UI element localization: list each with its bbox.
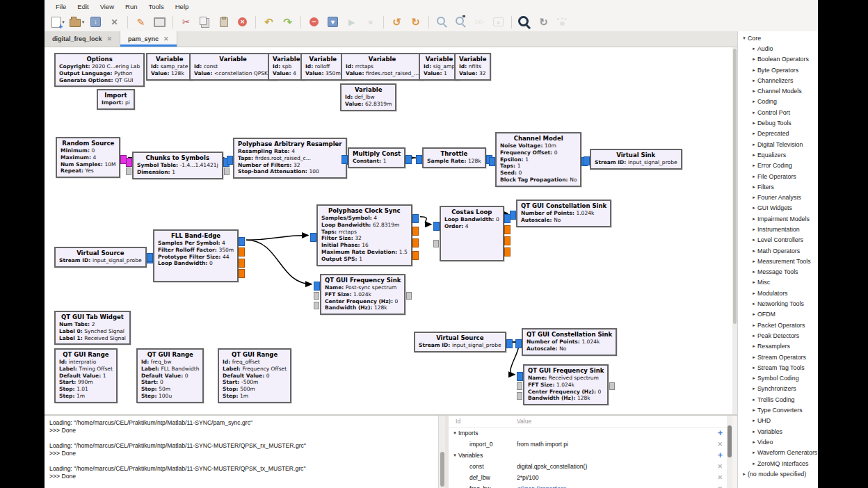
menu-help[interactable]: Help [170, 0, 195, 13]
variable-row-freq_bw[interactable]: freq_bw<Open Properties>✕ [449, 483, 732, 488]
zoom-in-button[interactable] [433, 15, 451, 30]
tree-item-synchronizers[interactable]: ▸Synchronizers [738, 384, 818, 394]
out-port[interactable] [224, 168, 230, 175]
tree-item-stream-operators[interactable]: ▸Stream Operators [738, 352, 818, 362]
block-vsource1[interactable]: Virtual SourceStream ID: input_signal_pr… [54, 247, 147, 268]
menu-edit[interactable]: Edit [72, 0, 94, 13]
caret-right-icon[interactable]: ▸ [750, 439, 757, 445]
out-port[interactable] [506, 339, 513, 348]
out-port[interactable] [609, 382, 615, 390]
tree-item-byte-operators[interactable]: ▸Byte Operators [738, 65, 818, 75]
caret-right-icon[interactable]: ▸ [750, 429, 757, 434]
zoom-out-button[interactable] [452, 15, 469, 30]
out-port[interactable] [239, 247, 245, 257]
in-port[interactable] [489, 157, 495, 166]
caret-right-icon[interactable]: ▸ [750, 311, 757, 317]
tree-item-peak-detectors[interactable]: ▸Peak Detectors [738, 330, 818, 341]
caret-down-icon[interactable]: ▾ [741, 35, 748, 41]
caret-right-icon[interactable]: ▸ [750, 355, 757, 360]
connection[interactable] [246, 236, 308, 241]
in-port[interactable] [314, 292, 319, 300]
in-port[interactable] [517, 372, 523, 381]
tree-item-coding[interactable]: ▸Coding [738, 97, 818, 107]
in-port[interactable] [515, 339, 522, 348]
in-port[interactable] [314, 302, 319, 309]
caret-right-icon[interactable]: ▸ [750, 343, 757, 349]
block-options[interactable]: OptionsCopyright: 2020 C...ering LabOutp… [54, 53, 145, 87]
console-scrollbar[interactable] [438, 416, 445, 488]
tab-digital_freq_lock[interactable]: digital_freq_lock✕ [45, 31, 120, 47]
tree-item-waveform-generators[interactable]: ▸Waveform Generators [738, 448, 818, 458]
tree-item-ofdm[interactable]: ▸OFDM [738, 309, 818, 320]
remove-icon[interactable]: ✕ [717, 441, 723, 448]
block-var_rolloff[interactable]: VariableId: rolloffValue: 350m [300, 53, 346, 81]
caret-right-icon[interactable]: ▸ [750, 142, 757, 147]
caret-right-icon[interactable]: ▸ [750, 291, 757, 296]
out-port[interactable] [406, 292, 412, 300]
block-freqsink2[interactable]: QT GUI Frequency SinkName: Received spec… [523, 364, 609, 405]
new-file-button[interactable]: ▾ [49, 15, 67, 30]
in-port[interactable] [584, 156, 590, 165]
open-button[interactable]: ▾ [68, 15, 86, 30]
tree-item-filters[interactable]: ▸Filters [738, 181, 818, 192]
canvas-scrollbar[interactable] [732, 47, 737, 414]
tree-item-networking-tools[interactable]: ▸Networking Tools [738, 298, 818, 309]
menu-file[interactable]: File [50, 0, 72, 13]
caret-right-icon[interactable]: ▸ [750, 333, 757, 339]
in-port[interactable] [416, 155, 422, 164]
out-port[interactable] [239, 269, 245, 278]
caret-right-icon[interactable]: ▸ [750, 216, 757, 222]
tree-item-equalizers[interactable]: ▸Equalizers [738, 149, 818, 160]
tree-item-fourier-analysis[interactable]: ▸Fourier Analysis [738, 192, 818, 202]
caret-right-icon[interactable]: ▸ [750, 99, 757, 104]
block-range1[interactable]: QT GUI RangeId: interpratioLabel: Tming … [54, 348, 118, 403]
caret-down-icon[interactable]: ▾ [451, 453, 458, 458]
tree-item-impairment-models[interactable]: ▸Impairment Models [738, 213, 818, 224]
caret-right-icon[interactable]: ▸ [750, 205, 757, 211]
caret-right-icon[interactable]: ▸ [750, 237, 757, 243]
block-import_pi[interactable]: ImportImport: pi [97, 89, 135, 110]
connection[interactable] [420, 217, 431, 225]
tree-item-digital-television[interactable]: ▸Digital Television [738, 139, 818, 149]
caret-right-icon[interactable]: ▸ [750, 88, 757, 94]
block-throttle[interactable]: ThrottleSample Rate: 128k [422, 147, 486, 168]
out-port[interactable] [405, 155, 412, 164]
caret-right-icon[interactable]: ▸ [750, 56, 757, 62]
caret-right-icon[interactable]: ▸ [750, 195, 757, 200]
caret-right-icon[interactable]: ▸ [750, 450, 757, 455]
execute-flowgraph-button[interactable] [343, 15, 360, 30]
caret-right-icon[interactable]: ▸ [750, 269, 757, 275]
canvas-scrollbar-thumb[interactable] [733, 49, 737, 324]
out-port[interactable] [504, 247, 511, 257]
cut-button[interactable] [177, 15, 195, 30]
tab-close-icon[interactable]: ✕ [107, 35, 113, 42]
tree-item-control-port[interactable]: ▸Control Port [738, 107, 818, 117]
caret-right-icon[interactable]: ▸ [750, 461, 757, 466]
caret-right-icon[interactable]: ▸ [750, 323, 757, 328]
screen-capture-button[interactable] [151, 15, 168, 30]
tree-item-debug-tools[interactable]: ▸Debug Tools [738, 117, 818, 128]
out-port[interactable] [412, 251, 419, 260]
caret-right-icon[interactable]: ▸ [750, 46, 757, 51]
variable-group-imports[interactable]: ▾Imports+ [449, 428, 732, 439]
remove-icon[interactable]: ✕ [717, 485, 723, 488]
tree-item-file-operators[interactable]: ▸File Operators [738, 171, 818, 181]
caret-right-icon[interactable]: ▸ [750, 120, 757, 126]
add-icon[interactable]: + [718, 428, 723, 438]
in-port[interactable] [227, 156, 233, 165]
caret-right-icon[interactable]: ▸ [750, 259, 757, 264]
caret-right-icon[interactable]: ▸ [750, 152, 757, 158]
block-par[interactable]: Polyphase Arbitrary ResamplerResampling … [233, 138, 347, 179]
view-errors-button[interactable] [305, 15, 323, 30]
tree-item-instrumentation[interactable]: ▸Instrumentation [738, 224, 818, 234]
variable-row-const[interactable]: constdigital.qpsk_constellation()✕ [449, 461, 732, 472]
paste-button[interactable] [215, 15, 232, 30]
caret-right-icon[interactable]: ▸ [750, 365, 757, 371]
out-port[interactable] [412, 214, 419, 223]
remove-icon[interactable]: ✕ [717, 463, 723, 470]
console-scrollbar-thumb[interactable] [440, 452, 444, 487]
caret-right-icon[interactable]: ▸ [750, 184, 757, 190]
caret-right-icon[interactable]: ▸ [750, 131, 757, 136]
tree-item-boolean-operators[interactable]: ▸Boolean Operators [738, 54, 818, 65]
caret-right-icon[interactable]: ▸ [741, 471, 748, 477]
